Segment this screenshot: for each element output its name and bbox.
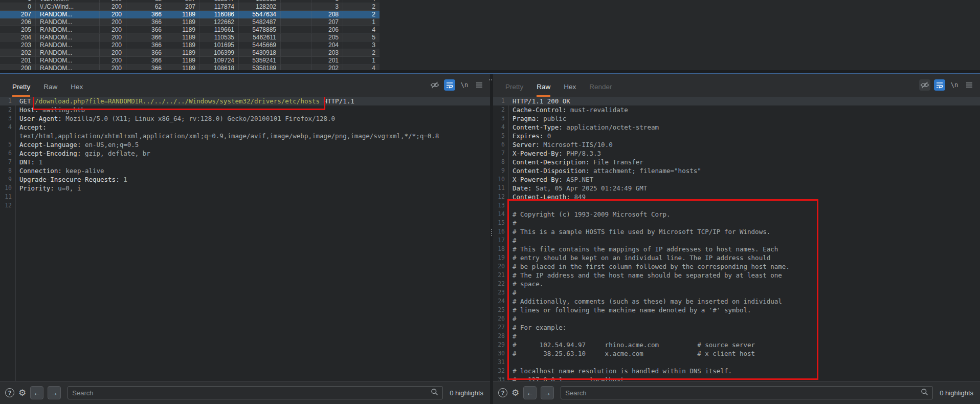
line-content: Pragma: public <box>508 114 566 123</box>
table-cell: 202 <box>0 49 36 57</box>
line-content: # <box>508 219 517 227</box>
editor-menu-icon[interactable] <box>964 79 975 91</box>
table-row[interactable]: 202RANDOM...200366118910639954309182032 <box>0 49 380 57</box>
line-content: # This is a sample HOSTS file used by Mi… <box>508 227 770 236</box>
table-row[interactable]: 201RANDOM...200366118910972453592412011 <box>0 57 380 65</box>
request-code: 1GET /download.php?file=RANDOMDIR../../.… <box>0 97 490 210</box>
table-cell: 1189 <box>166 26 200 34</box>
request-editor[interactable]: 1GET /download.php?file=RANDOMDIR../../.… <box>0 97 490 381</box>
next-match-button[interactable]: → <box>48 386 61 399</box>
code-line: 16# This is a sample HOSTS file used by … <box>493 227 980 236</box>
help-icon[interactable]: ? <box>5 388 14 397</box>
previous-match-button[interactable]: ← <box>30 386 43 399</box>
line-number: 4 <box>0 123 15 132</box>
show-newlines-icon[interactable]: \n <box>459 79 470 91</box>
code-line: 9Upgrade-Insecure-Requests: 1 <box>0 175 490 184</box>
table-cell: 122662 <box>200 18 239 26</box>
code-line: 3Pragma: public <box>493 114 980 123</box>
table-cell: 200 <box>100 34 126 41</box>
hide-matches-icon[interactable] <box>919 79 930 91</box>
code-segment-value: 1 <box>39 158 43 166</box>
table-row[interactable]: 205RANDOM...200366118911966154788852064 <box>0 26 380 34</box>
code-segment-value: # <box>513 219 517 227</box>
line-number: 2 <box>493 105 508 114</box>
code-line: 19# entry should be kept on an individua… <box>493 253 980 262</box>
code-line: 22# space. <box>493 280 980 288</box>
table-row[interactable]: 203RANDOM...200366118910169554456692043 <box>0 41 380 49</box>
line-number: 10 <box>493 175 508 184</box>
code-segment-value: mailing.htb <box>42 106 85 114</box>
code-line: 12Content-Length: 849 <box>493 193 980 201</box>
line-content: Date: Sat, 05 Apr 2025 01:24:49 GMT <box>508 184 647 193</box>
code-line: 4Content-Type: application/octet-stream <box>493 123 980 132</box>
code-segment-name: Accept-Encoding: <box>19 150 85 157</box>
table-cell: 205 <box>0 26 36 34</box>
code-segment-value: en-US,en;q=0.5 <box>85 141 139 148</box>
search-settings-gear-icon[interactable]: ⚙ <box>511 389 519 397</box>
code-segment-value: # Additionally, comments (such as these)… <box>513 297 782 305</box>
code-line: 7DNT: 1 <box>0 158 490 166</box>
burp-suite-window: 1\/127.0.0...20062207113547133613140\/./… <box>0 0 980 404</box>
table-cell: 366 <box>126 18 166 26</box>
line-content: Content-Length: 849 <box>508 193 586 201</box>
table-cell: 200 <box>100 41 126 49</box>
line-number: 21 <box>493 271 508 280</box>
line-number: 3 <box>493 114 508 123</box>
response-editor[interactable]: 1HTTP/1.1 200 OK2Cache-Control: must-rev… <box>493 97 980 381</box>
show-newlines-icon[interactable]: \n <box>949 79 960 91</box>
code-segment-value: # be placed in the first column followed… <box>513 263 790 270</box>
request-tab-pretty[interactable]: Pretty <box>12 83 30 97</box>
next-match-button[interactable]: → <box>541 386 554 399</box>
hide-matches-icon[interactable] <box>429 79 440 91</box>
table-cell: 62 <box>126 3 166 11</box>
response-highlights-count: 0 highlights <box>940 389 973 397</box>
line-content <box>15 201 19 210</box>
table-cell: 1189 <box>166 49 200 57</box>
response-tab-raw[interactable]: Raw <box>537 83 550 97</box>
help-icon[interactable]: ? <box>498 388 507 397</box>
code-segment-name: Expires: <box>513 132 547 140</box>
table-cell <box>281 26 311 34</box>
word-wrap-icon[interactable] <box>444 79 455 91</box>
table-row[interactable]: 200RANDOM...200366118910861853581892024 <box>0 65 380 70</box>
code-segment-name: Server: <box>513 141 543 148</box>
table-cell: 200 <box>100 3 126 11</box>
response-tab-hex[interactable]: Hex <box>564 83 576 97</box>
line-number: 11 <box>0 193 15 201</box>
code-segment-value: # <box>513 332 517 340</box>
line-number: 17 <box>493 236 508 245</box>
table-cell: 366 <box>126 34 166 41</box>
table-cell: 3 <box>343 41 380 49</box>
line-number: 20 <box>493 262 508 271</box>
previous-match-button[interactable]: ← <box>523 386 537 399</box>
table-row[interactable]: 207RANDOM...200366118911608655476342082 <box>0 11 380 18</box>
line-content: Content-Disposition: attachment; filenam… <box>508 166 701 175</box>
code-segment-value: attachment; filename="hosts" <box>593 167 701 175</box>
code-line: 23# <box>493 288 980 297</box>
code-line: 20# be placed in the first column follow… <box>493 262 980 271</box>
table-cell: 1189 <box>166 57 200 65</box>
search-settings-gear-icon[interactable]: ⚙ <box>18 389 26 397</box>
table-cell: 5359241 <box>239 57 281 65</box>
response-tab-render[interactable]: Render <box>589 83 612 97</box>
line-number: 6 <box>493 140 508 149</box>
table-row[interactable]: 204RANDOM...200366118911053554626112055 <box>0 34 380 41</box>
request-tab-raw[interactable]: Raw <box>43 83 57 97</box>
table-cell <box>281 57 311 65</box>
request-search-input[interactable]: Search <box>68 386 443 399</box>
code-line: 4Accept: <box>0 123 490 132</box>
table-row[interactable]: 206RANDOM...200366118912266254824872071 <box>0 18 380 26</box>
line-number: 23 <box>493 288 508 297</box>
code-line: 15# <box>493 219 980 227</box>
code-segment-value: # localhost name resolution is handled w… <box>513 367 732 375</box>
response-search-input[interactable]: Search <box>561 386 933 399</box>
table-cell: 205 <box>311 34 343 41</box>
table-cell: RANDOM... <box>36 18 100 26</box>
table-row[interactable]: 0\/./C:/Wind...2006220711787412820232 <box>0 3 380 11</box>
response-tab-pretty[interactable]: Pretty <box>505 83 523 97</box>
line-number <box>0 132 15 140</box>
editor-menu-icon[interactable] <box>474 79 485 91</box>
word-wrap-icon[interactable] <box>934 79 945 91</box>
code-segment-name: Content-Length: <box>513 193 574 201</box>
request-tab-hex[interactable]: Hex <box>71 83 83 97</box>
